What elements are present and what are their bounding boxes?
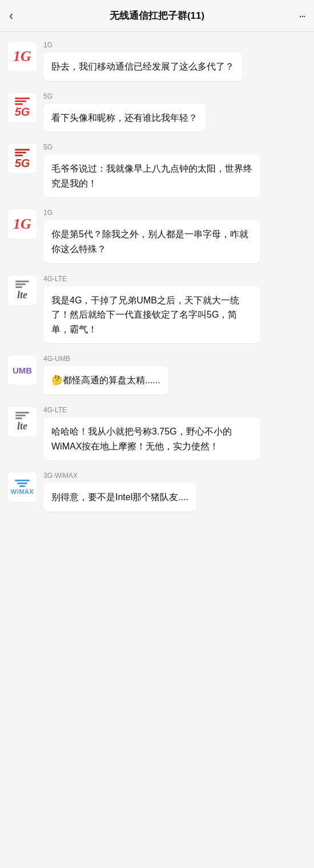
wimax-waves: [15, 480, 30, 487]
message-content: 4G-UMB 🤔都怪高通的算盘太精......: [43, 355, 168, 395]
lte-wave1b: [15, 417, 22, 419]
more-button[interactable]: ···: [287, 9, 305, 22]
message-group: 5G 5G 毛爷爷说过：我就像早上八九点钟的太阳，世界终究是我的！: [7, 143, 307, 197]
lte-wave3b: [15, 412, 29, 413]
5g-waves-b: [15, 149, 30, 156]
lte-icon-a: lte: [7, 275, 37, 306]
wimax-icon: WiMAX: [7, 472, 37, 502]
sender-name: 1G: [43, 209, 260, 217]
avatar-umb: UMB: [7, 355, 38, 386]
message-bubble: 🤔都怪高通的算盘太精......: [43, 366, 168, 395]
message-group: UMB 4G-UMB 🤔都怪高通的算盘太精......: [7, 355, 307, 395]
avatar-4glte-b: lte: [7, 406, 38, 437]
lte-waves-a: [15, 281, 29, 288]
lte-label-b: lte: [17, 421, 27, 431]
lte-wave2: [15, 283, 26, 285]
lte-icon-b: lte: [7, 406, 37, 437]
avatar-1g-b: 1G: [7, 209, 38, 240]
5g-icon-b: 5G: [7, 144, 38, 173]
message-content: 4G-LTE 我是4G，干掉了兄弟UMB之后，天下就大一统了！然后就给下一代直接…: [43, 275, 260, 344]
message-group: lte 4G-LTE 哈哈哈！我从小就把号称3.75G，野心不小的WiMAX按在…: [7, 406, 307, 460]
sender-name: 3G-WiMAX: [43, 472, 196, 480]
sender-name: 4G-LTE: [43, 406, 260, 414]
lte-wave3: [15, 281, 29, 282]
umb-label: UMB: [13, 366, 32, 375]
message-content: 4G-LTE 哈哈哈！我从小就把号称3.75G，野心不小的WiMAX按在地上摩擦…: [43, 406, 260, 460]
message-group: 5G 5G 看下头像和昵称，还有谁比我年轻？: [7, 92, 307, 132]
umb-icon: UMB: [7, 355, 37, 386]
message-bubble: 看下头像和昵称，还有谁比我年轻？: [43, 104, 206, 132]
5g-label-b: 5G: [15, 157, 30, 169]
avatar-4glte-a: lte: [7, 275, 38, 306]
5g-icon: 5G: [7, 93, 38, 123]
message-group: 1G 1G 你是第5代？除我之外，别人都是一串字母，咋就你这么特殊？: [7, 209, 307, 263]
sender-name: 4G-UMB: [43, 355, 168, 363]
wimax-wave3: [15, 480, 30, 481]
message-group: WiMAX 3G-WiMAX 别得意，要不是Intel那个猪队友....: [7, 472, 307, 512]
wimax-wave2: [17, 482, 27, 484]
message-content: 1G 你是第5代？除我之外，别人都是一串字母，咋就你这么特殊？: [43, 209, 260, 263]
chat-area: 1G 1G 卧去，我们移动通信已经发展了这么多代了？ 5G 5G 看下头像和昵称…: [0, 32, 314, 521]
sender-name: 5G: [43, 143, 260, 151]
sender-name: 5G: [43, 92, 206, 100]
avatar-5g-a: 5G: [7, 92, 38, 123]
5g-waves: [15, 98, 30, 105]
chat-title: 无线通信扛把子群(11): [27, 9, 287, 22]
wave3b: [15, 149, 30, 151]
message-content: 3G-WiMAX 别得意，要不是Intel那个猪队友....: [43, 472, 196, 512]
message-group: lte 4G-LTE 我是4G，干掉了兄弟UMB之后，天下就大一统了！然后就给下…: [7, 275, 307, 344]
wave1b: [15, 155, 23, 156]
avatar-1g-label: 1G: [13, 48, 31, 65]
lte-waves-b: [15, 412, 29, 419]
wimax-label: WiMAX: [11, 488, 34, 495]
message-content: 5G 毛爷爷说过：我就像早上八九点钟的太阳，世界终究是我的！: [43, 143, 260, 197]
message-bubble: 你是第5代？除我之外，别人都是一串字母，咋就你这么特殊？: [43, 220, 260, 263]
message-bubble: 毛爷爷说过：我就像早上八九点钟的太阳，世界终究是我的！: [43, 155, 260, 197]
message-content: 5G 看下头像和昵称，还有谁比我年轻？: [43, 92, 206, 132]
avatar-5g-b: 5G: [7, 143, 38, 174]
sender-name: 4G-LTE: [43, 275, 260, 283]
lte-label-a: lte: [17, 290, 27, 300]
wave2: [15, 100, 26, 102]
5g-label: 5G: [15, 106, 30, 117]
message-bubble: 卧去，我们移动通信已经发展了这么多代了？: [43, 52, 242, 81]
avatar-wimax: WiMAX: [7, 472, 38, 502]
avatar-1g: 1G: [7, 41, 38, 72]
back-button[interactable]: ‹: [9, 9, 27, 23]
lte-wave2b: [15, 415, 26, 416]
wimax-wave1: [19, 485, 25, 487]
message-content: 1G 卧去，我们移动通信已经发展了这么多代了？: [43, 41, 242, 81]
message-bubble: 哈哈哈！我从小就把号称3.75G，野心不小的WiMAX按在地上摩擦！无他，实力使…: [43, 417, 260, 460]
avatar-1g-label-b: 1G: [13, 216, 31, 233]
lte-wave1: [15, 286, 22, 288]
message-bubble: 别得意，要不是Intel那个猪队友....: [43, 483, 196, 512]
message-group: 1G 1G 卧去，我们移动通信已经发展了这么多代了？: [7, 41, 307, 81]
wave1: [15, 103, 23, 105]
message-bubble: 我是4G，干掉了兄弟UMB之后，天下就大一统了！然后就给下一代直接钦定了名字叫5…: [43, 286, 260, 344]
sender-name: 1G: [43, 41, 242, 49]
wave2b: [15, 152, 26, 153]
chat-header: ‹ 无线通信扛把子群(11) ···: [0, 0, 314, 32]
wave3: [15, 98, 30, 99]
